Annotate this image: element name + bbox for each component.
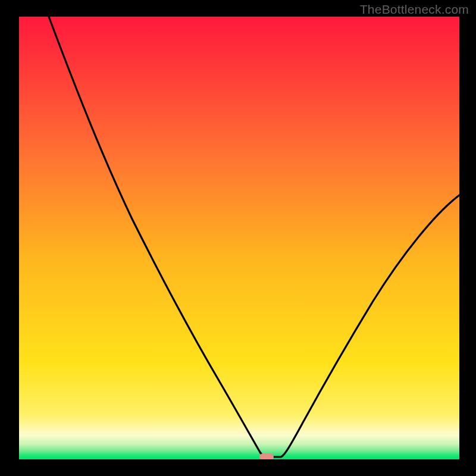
gradient-background xyxy=(19,17,459,459)
plot-area xyxy=(19,17,459,459)
chart-frame: TheBottleneck.com xyxy=(0,0,476,476)
bottleneck-chart-svg xyxy=(19,17,459,459)
watermark-text: TheBottleneck.com xyxy=(360,2,469,17)
optimal-point-marker xyxy=(259,453,274,459)
